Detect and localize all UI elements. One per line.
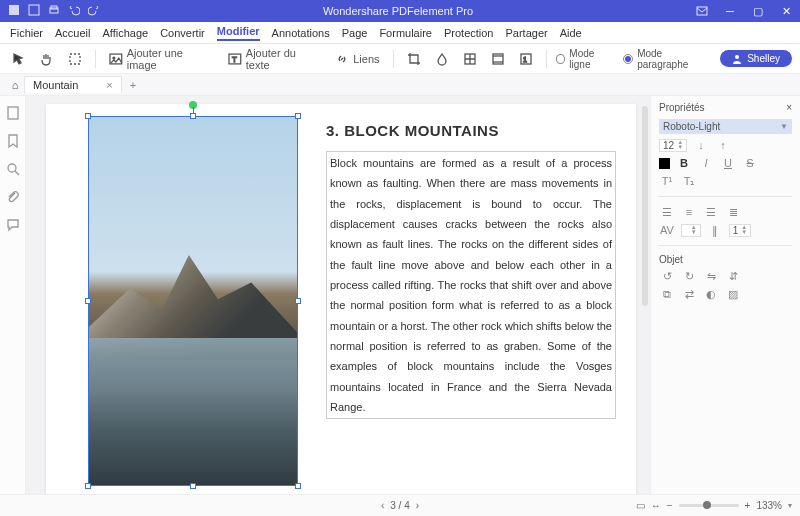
minimize-button[interactable]: ─ bbox=[716, 0, 744, 22]
hand-tool[interactable] bbox=[36, 50, 58, 68]
zoom-out-icon[interactable]: − bbox=[667, 500, 673, 511]
decrease-size-icon[interactable]: ↓ bbox=[693, 138, 709, 152]
heading[interactable]: 3. BLOCK MOUNTAINS bbox=[326, 122, 616, 139]
svg-rect-1 bbox=[29, 5, 39, 15]
next-page-icon[interactable]: › bbox=[416, 500, 419, 511]
select-tool[interactable] bbox=[8, 50, 30, 68]
undo-icon[interactable] bbox=[68, 4, 80, 18]
menu-modifier[interactable]: Modifier bbox=[217, 25, 260, 41]
menu-partager[interactable]: Partager bbox=[505, 27, 547, 39]
body-text[interactable]: Block mountains are formed as a result o… bbox=[326, 151, 616, 419]
resize-handle-n[interactable] bbox=[190, 113, 196, 119]
menu-page[interactable]: Page bbox=[342, 27, 368, 39]
watermark-tool[interactable] bbox=[431, 50, 453, 68]
flip-h-icon[interactable]: ⇋ bbox=[703, 269, 719, 283]
mode-paragraph-radio[interactable]: Mode paragraphe bbox=[623, 48, 714, 70]
mode-line-radio[interactable]: Mode ligne bbox=[556, 48, 618, 70]
align-justify-icon[interactable]: ≣ bbox=[725, 205, 741, 219]
menu-fichier[interactable]: Fichier bbox=[10, 27, 43, 39]
thumbnails-icon[interactable] bbox=[6, 106, 20, 120]
resize-handle-w[interactable] bbox=[85, 298, 91, 304]
superscript-button[interactable]: T¹ bbox=[659, 174, 675, 188]
page: 3. BLOCK MOUNTAINS Block mountains are f… bbox=[46, 104, 636, 494]
rotate-left-icon[interactable]: ↺ bbox=[659, 269, 675, 283]
menu-accueil[interactable]: Accueil bbox=[55, 27, 90, 39]
italic-button[interactable]: I bbox=[698, 156, 714, 170]
document-canvas[interactable]: 3. BLOCK MOUNTAINS Block mountains are f… bbox=[26, 96, 650, 494]
close-panel-icon[interactable]: × bbox=[786, 102, 792, 113]
menu-convertir[interactable]: Convertir bbox=[160, 27, 205, 39]
opacity-icon[interactable]: ◐ bbox=[703, 287, 719, 301]
replace-icon[interactable]: ⇄ bbox=[681, 287, 697, 301]
redo-icon[interactable] bbox=[88, 4, 100, 18]
font-size-input[interactable]: 12▲▼ bbox=[659, 139, 687, 152]
add-text-button[interactable]: TAjouter du texte bbox=[224, 45, 325, 73]
crop-object-icon[interactable]: ▨ bbox=[725, 287, 741, 301]
bold-button[interactable]: B bbox=[676, 156, 692, 170]
user-pill[interactable]: Shelley bbox=[720, 50, 792, 67]
svg-rect-17 bbox=[8, 107, 18, 119]
rotate-right-icon[interactable]: ↻ bbox=[681, 269, 697, 283]
fit-width-icon[interactable]: ↔ bbox=[651, 500, 661, 511]
menu-protection[interactable]: Protection bbox=[444, 27, 494, 39]
strike-button[interactable]: S bbox=[742, 156, 758, 170]
add-image-button[interactable]: Ajouter une image bbox=[105, 45, 218, 73]
underline-button[interactable]: U bbox=[720, 156, 736, 170]
zoom-slider[interactable] bbox=[679, 504, 739, 507]
document-tabbar: ⌂ Mountain × + bbox=[0, 74, 800, 96]
char-spacing-input[interactable]: ▲▼ bbox=[681, 224, 701, 237]
resize-handle-nw[interactable] bbox=[85, 113, 91, 119]
prev-page-icon[interactable]: ‹ bbox=[381, 500, 384, 511]
search-icon[interactable] bbox=[6, 162, 20, 176]
properties-panel: Propriétés × Roboto-Light▼ 12▲▼ ↓ ↑ B I … bbox=[650, 96, 800, 494]
selected-image[interactable] bbox=[88, 116, 298, 486]
subscript-button[interactable]: T₁ bbox=[681, 174, 697, 188]
menu-aide[interactable]: Aide bbox=[560, 27, 582, 39]
resize-handle-ne[interactable] bbox=[295, 113, 301, 119]
zoom-dropdown-icon[interactable]: ▾ bbox=[788, 501, 792, 510]
close-button[interactable]: ✕ bbox=[772, 0, 800, 22]
font-select[interactable]: Roboto-Light▼ bbox=[659, 119, 792, 134]
document-tab[interactable]: Mountain × bbox=[24, 76, 122, 93]
zoom-in-icon[interactable]: + bbox=[745, 500, 751, 511]
links-button[interactable]: Liens bbox=[331, 50, 383, 68]
bookmarks-icon[interactable] bbox=[6, 134, 20, 148]
background-tool[interactable] bbox=[459, 50, 481, 68]
resize-handle-s[interactable] bbox=[190, 483, 196, 489]
line-spacing-icon[interactable]: ‖ bbox=[707, 223, 723, 237]
mountain-image bbox=[89, 117, 297, 485]
menu-annotations[interactable]: Annotations bbox=[272, 27, 330, 39]
flip-v-icon[interactable]: ⇵ bbox=[725, 269, 741, 283]
maximize-button[interactable]: ▢ bbox=[744, 0, 772, 22]
menu-formulaire[interactable]: Formulaire bbox=[379, 27, 432, 39]
svg-point-18 bbox=[8, 164, 16, 172]
align-right-icon[interactable]: ☰ bbox=[703, 205, 719, 219]
extract-icon[interactable]: ⧉ bbox=[659, 287, 675, 301]
resize-handle-sw[interactable] bbox=[85, 483, 91, 489]
align-center-icon[interactable]: ≡ bbox=[681, 205, 697, 219]
zoom-value[interactable]: 133% bbox=[756, 500, 782, 511]
increase-size-icon[interactable]: ↑ bbox=[715, 138, 731, 152]
print-icon[interactable] bbox=[48, 4, 60, 18]
close-tab-icon[interactable]: × bbox=[106, 79, 112, 91]
edit-tool[interactable] bbox=[64, 50, 86, 68]
vertical-scrollbar[interactable] bbox=[642, 106, 648, 306]
line-spacing-input[interactable]: 1▲▼ bbox=[729, 224, 752, 237]
page-indicator[interactable]: 3 / 4 bbox=[390, 500, 409, 511]
bates-tool[interactable]: 1 bbox=[515, 50, 537, 68]
mail-icon[interactable] bbox=[688, 0, 716, 22]
char-spacing-icon[interactable]: AV bbox=[659, 223, 675, 237]
crop-tool[interactable] bbox=[403, 50, 425, 68]
new-tab-button[interactable]: + bbox=[122, 79, 144, 91]
comments-icon[interactable] bbox=[6, 218, 20, 232]
home-icon[interactable]: ⌂ bbox=[6, 79, 24, 91]
save-icon[interactable] bbox=[28, 4, 40, 18]
resize-handle-se[interactable] bbox=[295, 483, 301, 489]
resize-handle-e[interactable] bbox=[295, 298, 301, 304]
header-footer-tool[interactable] bbox=[487, 50, 509, 68]
attachments-icon[interactable] bbox=[6, 190, 20, 204]
align-left-icon[interactable]: ☰ bbox=[659, 205, 675, 219]
color-swatch[interactable] bbox=[659, 158, 670, 169]
menu-affichage[interactable]: Affichage bbox=[102, 27, 148, 39]
fit-page-icon[interactable]: ▭ bbox=[636, 500, 645, 511]
